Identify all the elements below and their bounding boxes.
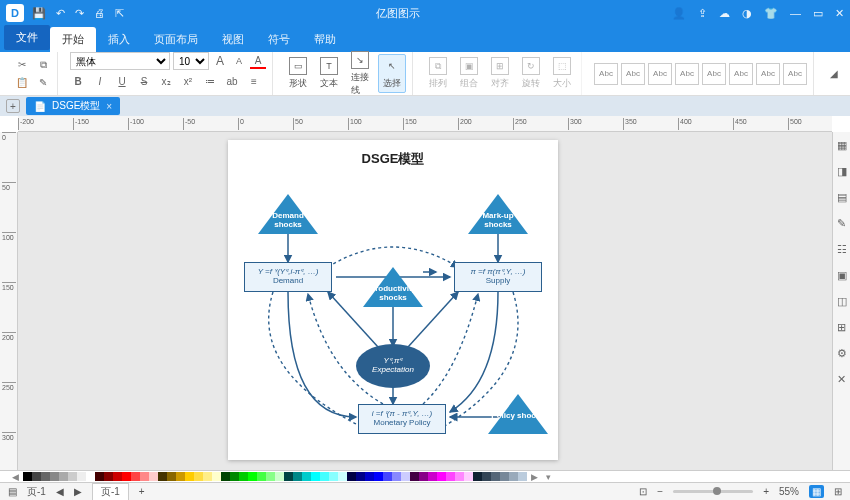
color-swatch[interactable] bbox=[419, 472, 428, 481]
save-icon[interactable]: 💾 bbox=[32, 7, 46, 20]
menu-tab-view[interactable]: 视图 bbox=[210, 27, 256, 52]
color-swatch[interactable] bbox=[392, 472, 401, 481]
color-swatch[interactable] bbox=[32, 472, 41, 481]
color-swatch[interactable] bbox=[311, 472, 320, 481]
color-swatch[interactable] bbox=[131, 472, 140, 481]
font-increase-icon[interactable]: A bbox=[212, 53, 228, 69]
font-color-icon[interactable]: A bbox=[250, 53, 266, 69]
color-swatch[interactable] bbox=[104, 472, 113, 481]
color-swatch[interactable] bbox=[266, 472, 275, 481]
color-swatch[interactable] bbox=[50, 472, 59, 481]
color-swatch[interactable] bbox=[428, 472, 437, 481]
color-swatch[interactable] bbox=[383, 472, 392, 481]
copy-icon[interactable]: ⧉ bbox=[35, 57, 51, 73]
color-swatch[interactable] bbox=[176, 472, 185, 481]
panel-icon[interactable]: ✕ bbox=[835, 372, 849, 386]
canvas[interactable]: DSGE模型 bbox=[18, 132, 832, 470]
colorbar-more-icon[interactable]: ▾ bbox=[542, 472, 555, 482]
page-next-icon[interactable]: ▶ bbox=[74, 486, 82, 497]
close-tab-icon[interactable]: × bbox=[106, 101, 112, 112]
color-swatch[interactable] bbox=[113, 472, 122, 481]
color-swatch[interactable] bbox=[491, 472, 500, 481]
export-icon[interactable]: ⇱ bbox=[115, 7, 124, 20]
print-icon[interactable]: 🖨 bbox=[94, 7, 105, 19]
grid-view-icon[interactable]: ▦ bbox=[809, 485, 824, 498]
color-swatch[interactable] bbox=[167, 472, 176, 481]
menu-tab-insert[interactable]: 插入 bbox=[96, 27, 142, 52]
page-grid-icon[interactable]: ▤ bbox=[8, 486, 17, 497]
fill-icon[interactable]: ◢ bbox=[826, 66, 842, 82]
color-swatch[interactable] bbox=[149, 472, 158, 481]
zoom-slider[interactable] bbox=[673, 490, 753, 493]
color-swatch[interactable] bbox=[437, 472, 446, 481]
color-swatch[interactable] bbox=[284, 472, 293, 481]
color-swatch[interactable] bbox=[356, 472, 365, 481]
bold-icon[interactable]: B bbox=[70, 73, 86, 89]
color-swatch[interactable] bbox=[158, 472, 167, 481]
cut-icon[interactable]: ✂ bbox=[14, 57, 30, 73]
minimize-icon[interactable]: — bbox=[790, 7, 801, 19]
color-swatch[interactable] bbox=[275, 472, 284, 481]
panel-icon[interactable]: ⚙ bbox=[835, 346, 849, 360]
color-swatch[interactable] bbox=[302, 472, 311, 481]
strike-icon[interactable]: S bbox=[136, 73, 152, 89]
font-size-select[interactable]: 10 bbox=[173, 52, 209, 70]
style-preset[interactable]: Abc bbox=[729, 63, 753, 85]
color-swatch[interactable] bbox=[410, 472, 419, 481]
text-tool[interactable]: T文本 bbox=[316, 55, 342, 92]
superscript-icon[interactable]: x² bbox=[180, 73, 196, 89]
color-swatch[interactable] bbox=[293, 472, 302, 481]
highlight-icon[interactable]: ab bbox=[224, 73, 240, 89]
color-swatch[interactable] bbox=[446, 472, 455, 481]
panel-icon[interactable]: ▤ bbox=[835, 190, 849, 204]
underline-icon[interactable]: U bbox=[114, 73, 130, 89]
color-swatch[interactable] bbox=[239, 472, 248, 481]
skin-icon[interactable]: 👕 bbox=[764, 7, 778, 20]
connector-tool[interactable]: ↘连接线 bbox=[347, 49, 373, 99]
color-swatch[interactable] bbox=[221, 472, 230, 481]
menu-tab-layout[interactable]: 页面布局 bbox=[142, 27, 210, 52]
panel-icon[interactable]: ⊞ bbox=[835, 320, 849, 334]
color-swatch[interactable] bbox=[518, 472, 527, 481]
color-swatch[interactable] bbox=[329, 472, 338, 481]
color-swatch[interactable] bbox=[95, 472, 104, 481]
style-preset[interactable]: Abc bbox=[756, 63, 780, 85]
zoom-in-icon[interactable]: + bbox=[763, 486, 769, 497]
color-swatch[interactable] bbox=[194, 472, 203, 481]
style-preset[interactable]: Abc bbox=[621, 63, 645, 85]
expectation-node[interactable]: Yᵉ,πᵉExpectation bbox=[356, 344, 430, 388]
add-page-icon[interactable]: + bbox=[139, 486, 145, 497]
layout-view-icon[interactable]: ⊞ bbox=[834, 486, 842, 497]
fit-icon[interactable]: ⊡ bbox=[639, 486, 647, 497]
style-preset[interactable]: Abc bbox=[594, 63, 618, 85]
panel-icon[interactable]: ✎ bbox=[835, 216, 849, 230]
color-swatch[interactable] bbox=[455, 472, 464, 481]
markup-shock-node[interactable]: Mark-up shocks bbox=[468, 194, 528, 234]
maximize-icon[interactable]: ▭ bbox=[813, 7, 823, 20]
theme-icon[interactable]: ◑ bbox=[742, 7, 752, 20]
color-swatch[interactable] bbox=[23, 472, 32, 481]
color-swatch[interactable] bbox=[482, 472, 491, 481]
panel-icon[interactable]: ◨ bbox=[835, 164, 849, 178]
redo-icon[interactable]: ↷ bbox=[75, 7, 84, 20]
zoom-out-icon[interactable]: − bbox=[657, 486, 663, 497]
color-swatch[interactable] bbox=[257, 472, 266, 481]
demand-shock-node[interactable]: Demand shocks bbox=[258, 194, 318, 234]
style-preset[interactable]: Abc bbox=[702, 63, 726, 85]
panel-icon[interactable]: ▦ bbox=[835, 138, 849, 152]
color-swatch[interactable] bbox=[338, 472, 347, 481]
color-swatch[interactable] bbox=[248, 472, 257, 481]
page-prev-icon[interactable]: ◀ bbox=[56, 486, 64, 497]
page-tab[interactable]: 页-1 bbox=[92, 483, 129, 501]
supply-box[interactable]: π =f π(πᵉ,Y, …)Supply bbox=[454, 262, 542, 292]
color-swatch[interactable] bbox=[320, 472, 329, 481]
color-swatch[interactable] bbox=[509, 472, 518, 481]
color-swatch[interactable] bbox=[401, 472, 410, 481]
paste-icon[interactable]: 📋 bbox=[14, 75, 30, 91]
style-preset[interactable]: Abc bbox=[675, 63, 699, 85]
menu-tab-symbol[interactable]: 符号 bbox=[256, 27, 302, 52]
new-doc-button[interactable]: + bbox=[6, 99, 20, 113]
font-decrease-icon[interactable]: A bbox=[231, 53, 247, 69]
demand-box[interactable]: Y =f ᵞ(Yᵉ,i-πᵉ, …)Demand bbox=[244, 262, 332, 292]
user-icon[interactable]: 👤 bbox=[672, 7, 686, 20]
